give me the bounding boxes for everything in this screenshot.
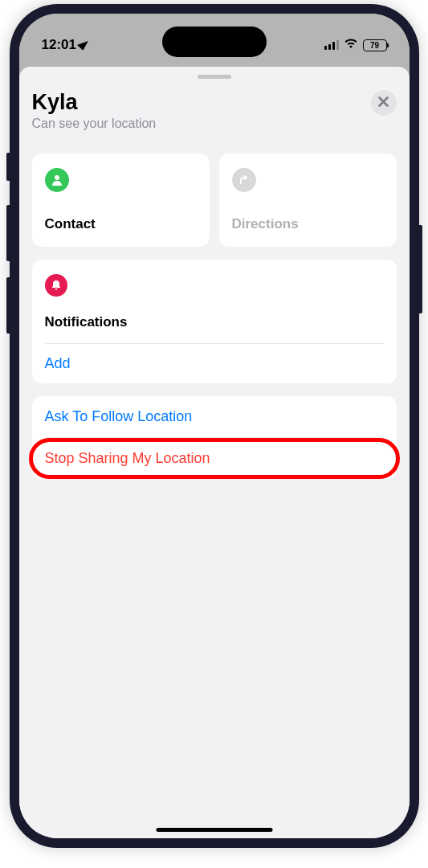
add-notification-button[interactable]: Add xyxy=(32,344,397,383)
location-services-icon xyxy=(79,37,88,53)
sheet-background: Kyla Can see your location xyxy=(19,62,410,838)
location-status-label: Can see your location xyxy=(32,117,157,131)
directions-tile-label: Directions xyxy=(232,216,384,232)
close-button[interactable] xyxy=(371,90,397,116)
battery-level: 79 xyxy=(370,41,379,50)
volume-up-button xyxy=(6,205,10,261)
notifications-section: Notifications xyxy=(32,260,397,343)
screen: 12:01 79 xyxy=(19,14,410,838)
contact-name: Kyla xyxy=(32,90,157,115)
volume-down-button xyxy=(6,277,10,334)
actions-card: Ask To Follow Location Stop Sharing My L… xyxy=(32,396,397,479)
sheet-grabber[interactable] xyxy=(198,75,231,79)
ask-follow-location-button[interactable]: Ask To Follow Location xyxy=(32,396,397,437)
directions-icon xyxy=(232,168,256,192)
battery-icon: 79 xyxy=(363,39,387,51)
tile-row: Contact Directions xyxy=(32,154,397,247)
cellular-signal-icon xyxy=(324,40,339,50)
contact-tile[interactable]: Contact xyxy=(32,154,210,247)
status-left: 12:01 xyxy=(42,37,88,53)
directions-tile: Directions xyxy=(219,154,397,247)
header-text: Kyla Can see your location xyxy=(32,90,157,131)
power-button xyxy=(419,225,422,313)
phone-frame: 12:01 79 xyxy=(10,4,419,848)
home-indicator[interactable] xyxy=(156,828,272,832)
stop-sharing-label: Stop Sharing My Location xyxy=(45,450,210,466)
status-right: 79 xyxy=(324,37,387,53)
notifications-card: Notifications Add xyxy=(32,260,397,383)
silent-switch xyxy=(6,153,10,181)
close-icon xyxy=(378,95,389,111)
sheet: Kyla Can see your location xyxy=(19,67,410,838)
stop-sharing-location-button[interactable]: Stop Sharing My Location xyxy=(32,438,397,479)
dynamic-island xyxy=(162,27,267,57)
sheet-header: Kyla Can see your location xyxy=(32,90,397,131)
svg-point-0 xyxy=(55,175,59,180)
bell-icon xyxy=(45,274,67,297)
wifi-icon xyxy=(344,37,358,53)
person-icon xyxy=(45,168,69,192)
notifications-title: Notifications xyxy=(45,314,384,330)
contact-tile-label: Contact xyxy=(45,216,197,232)
status-time: 12:01 xyxy=(42,37,76,53)
